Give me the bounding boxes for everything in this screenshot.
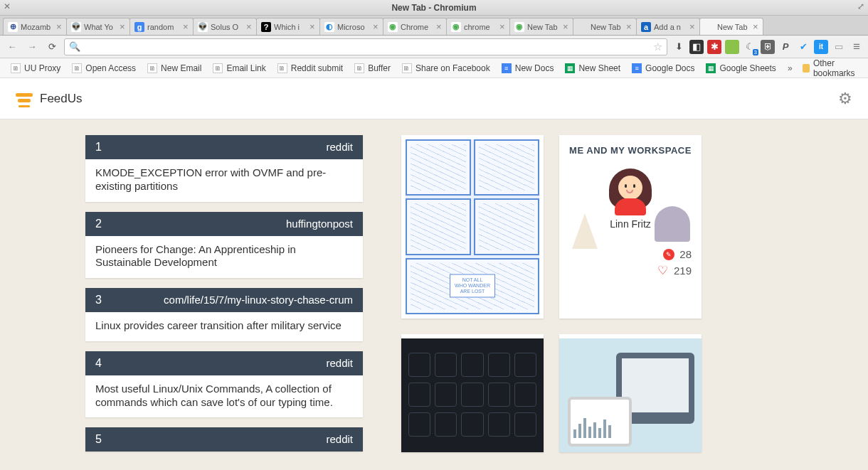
tab-close-icon[interactable]: × <box>120 21 127 32</box>
moon-icon[interactable]: ☾ 3 <box>743 40 757 54</box>
bookmark-icon: 🗎 <box>213 63 223 73</box>
bookmarks-overflow[interactable]: » <box>784 61 796 75</box>
lastpass-icon[interactable]: ✱ <box>707 40 721 54</box>
tab-label: Which i <box>274 23 307 31</box>
tab-strip: ⊕Mozamb×👽What Yo×grandom×👽Solus O×?Which… <box>0 16 868 36</box>
evernote-icon[interactable]: ◧ <box>689 40 704 54</box>
bookmark-label: Google Docs <box>645 63 694 73</box>
thumbnail-comic[interactable]: NOT ALL WHO WANDER ARE LOST <box>401 135 544 319</box>
feed-card[interactable]: 2huffingtonpostPioneers for Change: An A… <box>85 212 363 279</box>
it-icon[interactable]: it <box>814 40 828 54</box>
bookmark-label: New Email <box>161 63 201 73</box>
feedus-logo-icon <box>16 91 33 107</box>
green-dot-icon[interactable]: ● <box>725 40 739 54</box>
bookmark-label: UU Proxy <box>24 63 60 73</box>
tab-label: New Tab <box>717 23 750 31</box>
tab-close-icon[interactable]: × <box>626 21 633 32</box>
browser-tab[interactable]: New Tab× <box>573 18 637 35</box>
workspace-card[interactable]: ME AND MY WORKSPACE Linn Fritz ✎ 28 ♡ 21… <box>559 135 702 319</box>
thumbnail-illustration[interactable] <box>559 334 702 452</box>
bookmark-item[interactable]: ▦Google Sheets <box>701 61 780 75</box>
browser-tab[interactable]: ?Which i× <box>256 18 320 35</box>
app-header: FeedUs ⚙ <box>0 78 868 119</box>
tab-close-icon[interactable]: × <box>436 21 443 32</box>
bookmark-item[interactable]: 🗎Open Access <box>67 61 141 75</box>
bookmark-icon: 🗎 <box>72 63 82 73</box>
feed-card[interactable]: 3com/life/15/7/my-linux-story-chase-crum… <box>85 288 363 341</box>
paypal-icon[interactable]: P <box>778 40 793 54</box>
moon-badge: 3 <box>753 49 758 55</box>
tab-favicon: 👽 <box>71 22 81 32</box>
tab-close-icon[interactable]: × <box>373 21 380 32</box>
browser-tab[interactable]: aAdd a n× <box>636 18 700 35</box>
browser-tab[interactable]: New Tab× <box>699 18 763 35</box>
bookmark-icon: ▦ <box>706 63 716 73</box>
settings-gear-icon[interactable]: ⚙ <box>838 90 852 108</box>
feed-card[interactable]: 4redditMost useful Linux/Unix Commands, … <box>85 351 363 418</box>
feed-card[interactable]: 1redditKMODE_EXCEPTION error with OVMF a… <box>85 135 363 202</box>
bookmark-item[interactable]: 🗎Reddit submit <box>272 61 348 75</box>
tab-close-icon[interactable]: × <box>499 21 507 32</box>
shield-icon[interactable]: ✔ <box>796 40 810 54</box>
chat-icon[interactable]: ▭ <box>832 40 846 54</box>
tab-close-icon[interactable]: × <box>183 21 190 32</box>
address-bar[interactable]: 🔍 ☆ <box>64 38 667 55</box>
browser-tab[interactable]: 👽What Yo× <box>66 18 130 35</box>
other-bookmarks-label: Other bookmarks <box>813 58 858 78</box>
feed-card-source: reddit <box>326 141 353 154</box>
window-close-icon[interactable]: ✕ <box>4 3 11 10</box>
feed-card-header: 2huffingtonpost <box>85 212 363 236</box>
tab-close-icon[interactable]: × <box>689 21 697 32</box>
back-button[interactable]: ← <box>4 39 20 55</box>
tab-close-icon[interactable]: × <box>563 21 570 32</box>
bookmark-item[interactable]: 🗎UU Proxy <box>6 61 65 75</box>
tab-favicon: 👽 <box>198 22 208 32</box>
bookmark-item[interactable]: ≡New Docs <box>497 61 559 75</box>
bookmark-item[interactable]: 🗎Buffer <box>349 61 396 75</box>
browser-toolbar: ← → ⟳ 🔍 ☆ ⬇ ◧ ✱ ● ☾ 3 ⛨ P ✔ it ▭ ≡ <box>0 36 868 58</box>
tab-close-icon[interactable]: × <box>753 21 760 32</box>
browser-tab[interactable]: ◐Microso× <box>319 18 383 35</box>
app-name: FeedUs <box>40 92 83 106</box>
browser-tab[interactable]: ◉New Tab× <box>509 18 573 35</box>
tab-favicon: ? <box>261 22 271 32</box>
tab-favicon <box>578 22 588 32</box>
feed-card[interactable]: 5reddit <box>85 427 363 452</box>
forward-button[interactable]: → <box>24 39 40 55</box>
browser-tab[interactable]: ⊕Mozamb× <box>3 18 67 35</box>
bookmark-label: Buffer <box>368 63 391 73</box>
extension-icons: ⬇ ◧ ✱ ● ☾ 3 ⛨ P ✔ it ▭ ≡ <box>672 40 864 54</box>
feed-card-number: 4 <box>95 357 102 370</box>
bookmark-item[interactable]: 🗎New Email <box>142 61 206 75</box>
browser-tab[interactable]: 👽Solus O× <box>193 18 257 35</box>
menu-icon[interactable]: ≡ <box>850 40 864 54</box>
feed-card-title: Linux provides career transition after m… <box>85 312 363 341</box>
thumbnail-dark-tech[interactable] <box>401 334 544 452</box>
tab-favicon: g <box>134 22 144 32</box>
tab-label: Solus O <box>211 23 243 31</box>
bookmark-item[interactable]: 🗎Email Link <box>208 61 270 75</box>
app-logo[interactable]: FeedUs <box>16 91 83 107</box>
bookmark-icon: 🗎 <box>147 63 157 73</box>
ublock-icon[interactable]: ⛨ <box>761 40 775 54</box>
tab-favicon: ◉ <box>388 22 398 32</box>
bookmark-icon: ▦ <box>565 63 575 73</box>
downloads-icon[interactable]: ⬇ <box>672 40 686 54</box>
tab-close-icon[interactable]: × <box>246 21 253 32</box>
tab-close-icon[interactable]: × <box>309 21 317 32</box>
bookmark-item[interactable]: 🗎Share on Facebook <box>397 61 495 75</box>
bookmark-item[interactable]: ≡Google Docs <box>627 61 699 75</box>
browser-tab[interactable]: ◉chrome× <box>446 18 510 35</box>
feed-card-title: Pioneers for Change: An Apprenticeship i… <box>85 236 363 279</box>
feed-card-header: 1reddit <box>85 135 363 159</box>
browser-tab[interactable]: grandom× <box>129 18 194 35</box>
bookmark-star-icon[interactable]: ☆ <box>653 41 662 53</box>
reload-button[interactable]: ⟳ <box>44 39 60 55</box>
other-bookmarks[interactable]: Other bookmarks <box>798 56 864 80</box>
bookmark-item[interactable]: ▦New Sheet <box>560 61 625 75</box>
tab-close-icon[interactable]: × <box>56 21 63 32</box>
bookmarks-bar: 🗎UU Proxy🗎Open Access🗎New Email🗎Email Li… <box>0 58 868 78</box>
window-maximize-icon[interactable]: ⤢ <box>857 3 864 10</box>
address-input[interactable] <box>84 41 650 52</box>
browser-tab[interactable]: ◉Chrome× <box>383 18 447 35</box>
